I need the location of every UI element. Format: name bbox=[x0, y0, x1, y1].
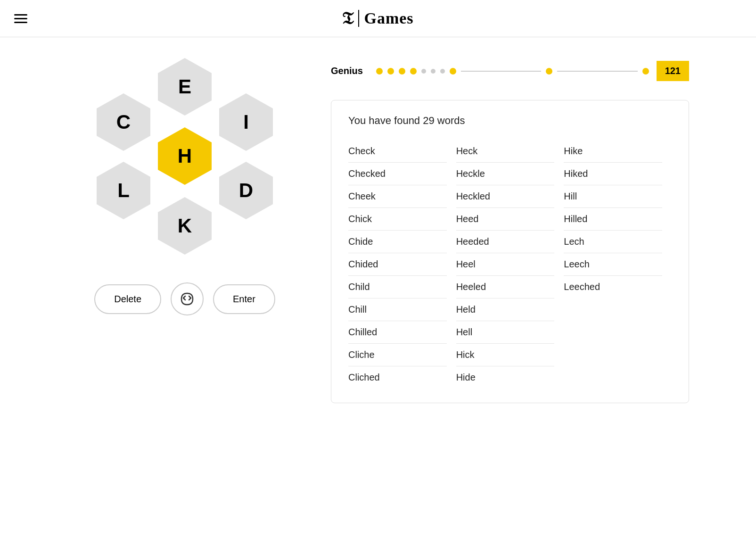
dot-10 bbox=[642, 68, 649, 75]
hex-H[interactable]: H bbox=[154, 125, 215, 187]
list-item: Hiked bbox=[564, 163, 662, 185]
list-item: Heed bbox=[456, 208, 555, 231]
dot-7 bbox=[440, 69, 445, 74]
hex-E[interactable]: E bbox=[154, 56, 215, 117]
list-item: Chill bbox=[348, 298, 447, 321]
letter-D: D bbox=[239, 179, 253, 202]
progress-section: Genius 121 bbox=[331, 56, 689, 91]
words-panel: You have found 29 words Check Checked Ch… bbox=[331, 100, 689, 403]
list-item: Leeched bbox=[564, 276, 662, 298]
list-item: Chick bbox=[348, 208, 447, 231]
list-item: Heckled bbox=[456, 185, 555, 208]
list-item: Cheek bbox=[348, 185, 447, 208]
game-controls: Delete Enter bbox=[94, 282, 275, 315]
nyt-logo: 𝔗 bbox=[342, 8, 353, 28]
progress-line-2 bbox=[557, 71, 637, 72]
dot-3 bbox=[399, 68, 405, 75]
games-label: Games bbox=[364, 9, 413, 27]
list-item: Check bbox=[348, 140, 447, 163]
dot-1 bbox=[376, 68, 383, 75]
list-item: Leech bbox=[564, 253, 662, 276]
dot-4 bbox=[410, 68, 417, 75]
list-item: Chided bbox=[348, 253, 447, 276]
words-found-title: You have found 29 words bbox=[348, 115, 672, 127]
main-content: E I D K bbox=[0, 37, 756, 422]
letter-E: E bbox=[178, 75, 191, 98]
shuffle-button[interactable] bbox=[171, 282, 204, 315]
delete-button[interactable]: Delete bbox=[94, 284, 161, 314]
hex-I[interactable]: I bbox=[215, 91, 277, 153]
dot-2 bbox=[387, 68, 394, 75]
list-item: Hide bbox=[456, 366, 555, 389]
list-item: Chide bbox=[348, 231, 447, 253]
dot-5 bbox=[421, 69, 426, 74]
menu-button[interactable] bbox=[14, 14, 27, 23]
list-item: Hike bbox=[564, 140, 662, 163]
list-item: Heel bbox=[456, 253, 555, 276]
list-item: Heeded bbox=[456, 231, 555, 253]
letter-K: K bbox=[178, 215, 192, 237]
list-item: Held bbox=[456, 298, 555, 321]
list-item: Hick bbox=[456, 344, 555, 366]
hex-L[interactable]: L bbox=[93, 160, 154, 221]
list-item: Heckle bbox=[456, 163, 555, 185]
list-item: Hilled bbox=[564, 208, 662, 231]
progress-line bbox=[461, 71, 541, 72]
list-item: Chilled bbox=[348, 321, 447, 344]
words-col-1: Check Checked Cheek Chick Chide Chided C… bbox=[348, 140, 456, 389]
list-item: Hell bbox=[456, 321, 555, 344]
hex-K[interactable]: K bbox=[154, 195, 215, 257]
hex-C[interactable]: C bbox=[93, 91, 154, 153]
progress-label: Genius bbox=[331, 66, 369, 76]
enter-button[interactable]: Enter bbox=[213, 284, 275, 314]
list-item: Hill bbox=[564, 185, 662, 208]
dot-8 bbox=[450, 68, 456, 75]
score-badge: 121 bbox=[657, 61, 689, 81]
hex-D[interactable]: D bbox=[215, 160, 277, 221]
right-panel: Genius 121 You have found 29 words bbox=[331, 56, 689, 403]
list-item: Lech bbox=[564, 231, 662, 253]
words-grid: Check Checked Cheek Chick Chide Chided C… bbox=[348, 140, 672, 389]
shuffle-icon bbox=[180, 291, 195, 307]
list-item: Heck bbox=[456, 140, 555, 163]
letter-I: I bbox=[243, 111, 249, 133]
list-item: Child bbox=[348, 276, 447, 298]
letter-H: H bbox=[178, 145, 192, 167]
words-col-2: Heck Heckle Heckled Heed Heeded Heel Hee… bbox=[456, 140, 564, 389]
app-title: 𝔗 Games bbox=[342, 8, 413, 28]
letter-C: C bbox=[116, 111, 131, 133]
words-col-3: Hike Hiked Hill Hilled Lech Leech Leeche… bbox=[564, 140, 672, 389]
list-item: Checked bbox=[348, 163, 447, 185]
dot-9 bbox=[546, 68, 552, 75]
list-item: Heeled bbox=[456, 276, 555, 298]
honeycomb: E I D K bbox=[86, 56, 284, 259]
game-panel: E I D K bbox=[67, 56, 303, 315]
dot-6 bbox=[431, 69, 436, 74]
list-item: Cliched bbox=[348, 366, 447, 389]
list-item: Cliche bbox=[348, 344, 447, 366]
progress-dots bbox=[376, 68, 649, 75]
app-header: 𝔗 Games bbox=[0, 0, 756, 37]
letter-L: L bbox=[117, 179, 130, 202]
title-divider bbox=[358, 10, 359, 27]
